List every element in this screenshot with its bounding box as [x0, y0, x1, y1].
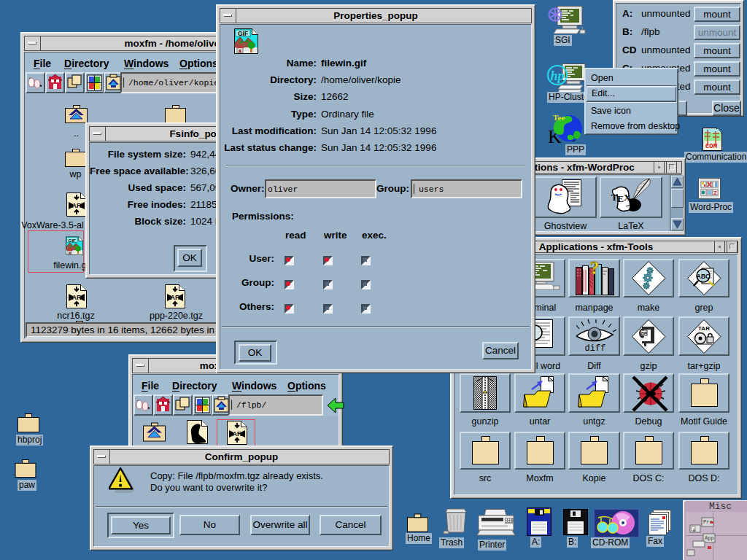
svg-text:TEX: TEX [611, 192, 631, 204]
svg-text:ABC: ABC [697, 273, 710, 280]
svg-text:COM: COM [705, 143, 717, 150]
svg-text:App: App [705, 535, 714, 541]
svg-text:ZIP: ZIP [640, 331, 647, 335]
svg-text:Z: Z [713, 190, 717, 196]
svg-text:?: ? [590, 260, 600, 279]
svg-text:E: E [693, 528, 696, 533]
svg-text:diff: diff [585, 343, 606, 354]
svg-text:hp: hp [550, 69, 564, 83]
svg-text:Tee: Tee [553, 113, 565, 122]
svg-text:TAR: TAR [698, 325, 710, 332]
